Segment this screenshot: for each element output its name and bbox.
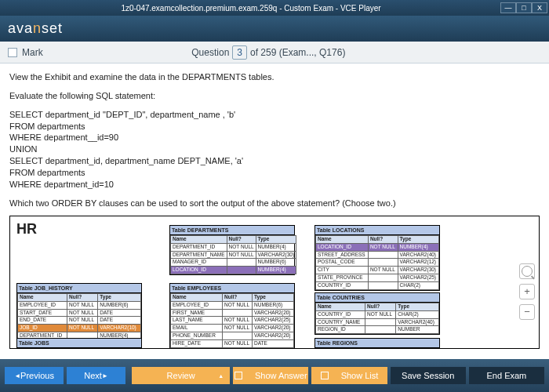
table-cell: LAST_NAME [171, 317, 223, 325]
col-null: Null? [67, 294, 97, 302]
logo-part-1: ava [8, 20, 33, 36]
table-cell [368, 259, 398, 267]
col-name: Name [316, 236, 369, 244]
show-answer-label: Show Answer [255, 371, 307, 380]
end-exam-button[interactable]: End Exam [469, 367, 544, 384]
table-cell: VARCHAR2(30) [398, 267, 438, 274]
table-cell: HIRE_DATE [171, 339, 223, 347]
table-cell: NOT NULL [365, 310, 396, 318]
table-cell [368, 281, 398, 289]
save-session-button[interactable]: Save Session [391, 367, 466, 384]
show-list-checkbox [321, 372, 329, 379]
zoom-controls: + − [519, 263, 535, 320]
table-cell: DATE [98, 317, 141, 325]
prompt-line-3: Which two ORDER BY clauses can be used t… [9, 198, 540, 209]
mark-group: Mark [8, 47, 43, 58]
col-type: Type [398, 236, 438, 244]
table-row: CITYNOT NULLVARCHAR2(30) [316, 267, 439, 274]
col-name: Name [18, 349, 47, 350]
table-cell: NOT NULL [223, 347, 253, 349]
prompt-line-1: View the Exhibit and examine the data in… [9, 71, 540, 83]
col-type: Type [396, 303, 439, 311]
titlebar: 1z0-047.examcollection.premium.exam.259q… [0, 0, 549, 16]
logo-part-2: n [33, 20, 42, 36]
table-cell: DEPARTMENT_ID [171, 243, 227, 251]
close-button[interactable]: X [532, 2, 547, 13]
magnifier-icon [522, 266, 533, 277]
show-list-button[interactable]: Show List [311, 367, 387, 384]
table-cell: VARCHAR2(20) [253, 332, 294, 340]
table-cell: COUNTRY_NAME [316, 318, 365, 326]
table-cell [223, 332, 253, 340]
tbody-departments: DEPARTMENT_IDNOT NULLNUMBER(4)DEPARTMENT… [171, 243, 296, 274]
table-cell: JOB_ID [18, 325, 67, 332]
table-cell: NOT NULL [368, 243, 398, 251]
col-name: Name [171, 236, 227, 244]
col-name: Name [316, 349, 362, 350]
table-jobs: Table JOBS NameNull?Type JOB_IDNOT NULLV… [16, 338, 142, 350]
sql-line: UNION [9, 143, 540, 155]
table-cell: STATE_PROVINCE [316, 274, 369, 282]
table-cell: POSTAL_CODE [316, 259, 369, 267]
previous-button[interactable]: Previous [5, 367, 64, 384]
table-cell: VARCHAR2(30) [256, 251, 296, 259]
table-cell: NOT NULL [223, 339, 253, 347]
col-type: Type [253, 294, 294, 302]
table-cell: LOCATION_ID [316, 243, 369, 251]
table-cell: NOT NULL [227, 243, 256, 251]
table-row: END_DATENOT NULLDATE [18, 317, 141, 325]
table-cell: CHAR(2) [398, 281, 438, 289]
table-departments: Table DEPARTMENTS NameNull?Type DEPARTME… [169, 225, 295, 275]
sql-line: SELECT department_id, department_name DE… [9, 155, 540, 167]
minimize-button[interactable]: — [500, 2, 516, 13]
question-bar: Mark Question 3 of 259 (Exam..., Q176) [0, 42, 549, 64]
table-cell: NUMBER(4) [256, 267, 296, 274]
table-cell: NUMBER(4) [398, 243, 438, 251]
table-cell: VARCHAR2(10) [98, 325, 141, 332]
col-null: Null? [227, 236, 256, 244]
col-null: Null? [47, 349, 86, 350]
table-cell: DATE [98, 309, 141, 317]
window-controls: — □ X [500, 2, 547, 13]
review-button[interactable]: Review [132, 367, 230, 384]
table-cell: PHONE_NUMBER [171, 332, 223, 340]
table-cell: COUNTRY_ID [316, 310, 365, 318]
table-countries: Table COUNTRIES NameNull?Type COUNTRY_ID… [314, 292, 440, 336]
table-row: DEPARTMENT_NAMENOT NULLVARCHAR2(30) [171, 251, 296, 259]
show-list-label: Show List [341, 371, 379, 380]
sql-line: WHERE department_id=10 [9, 179, 540, 191]
table-row: STREET_ADDRESSVARCHAR2(40) [316, 251, 439, 259]
window-title: 1z0-047.examcollection.premium.exam.259q… [2, 4, 500, 13]
table-row: EMPLOYEE_IDNOT NULLNUMBER(6) [18, 301, 141, 309]
table-cell: COUNTRY_ID [316, 281, 369, 289]
table-cell: NUMBER(6) [253, 301, 294, 309]
sql-block: SELECT department_id "DEPT_ID", departme… [9, 109, 540, 191]
col-null: Null? [365, 303, 396, 311]
table-row: REGION_IDNUMBER [316, 326, 439, 334]
col-name: Name [316, 303, 365, 311]
show-answer-button[interactable]: Show Answer [233, 367, 308, 384]
col-type: Type [98, 294, 141, 302]
table-row: EMPLOYEE_IDNOT NULLNUMBER(6) [171, 301, 294, 309]
col-null: Null? [368, 236, 398, 244]
sql-line: FROM departments [9, 167, 540, 179]
maximize-button[interactable]: □ [516, 2, 532, 13]
schema-area: Table DEPARTMENTS NameNull?Type DEPARTME… [16, 239, 533, 350]
table-cell [223, 309, 253, 317]
table-cell [365, 318, 396, 326]
col-name: Name [18, 294, 67, 302]
col-null: Null? [223, 294, 253, 302]
table-cell: NOT NULL [227, 251, 256, 259]
table-cell: NUMBER(4) [256, 243, 296, 251]
table-cell: VARCHAR2(20) [253, 309, 294, 317]
zoom-out-button[interactable]: − [519, 304, 535, 320]
table-row: LOCATION_IDNUMBER(4) [171, 267, 296, 274]
zoom-in-button[interactable]: + [519, 284, 535, 299]
mark-checkbox[interactable] [8, 48, 17, 57]
table-row: STATE_PROVINCEVARCHAR2(25) [316, 274, 439, 282]
table-cell [368, 274, 398, 282]
next-button[interactable]: Next [67, 367, 125, 384]
table-cell: DEPARTMENT_NAME [171, 251, 227, 259]
table-cell: NOT NULL [67, 317, 97, 325]
zoom-reset-button[interactable] [519, 263, 535, 279]
